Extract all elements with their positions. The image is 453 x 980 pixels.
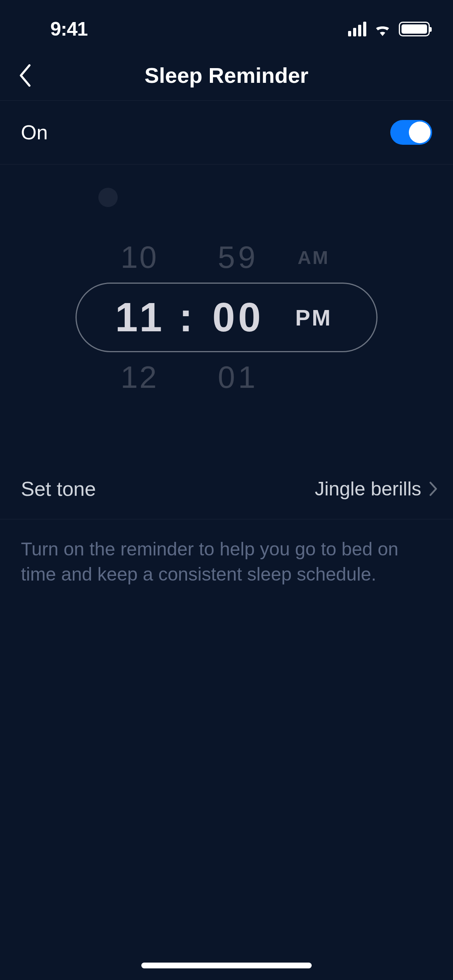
picker-selected-row: 11 : 00 PM <box>77 294 376 341</box>
prev-hour: 10 <box>105 240 174 275</box>
chevron-right-icon <box>429 481 438 496</box>
selected-meridiem[interactable]: PM <box>279 305 348 331</box>
picker-prev-row: 10 : 59 AM <box>76 234 378 281</box>
wifi-icon <box>373 22 392 36</box>
tone-value-wrap: Jingle berills <box>315 478 438 500</box>
page-title: Sleep Reminder <box>144 63 308 88</box>
status-icons <box>348 22 430 36</box>
cellular-signal-icon <box>348 22 366 36</box>
selected-hour[interactable]: 11 <box>105 294 174 341</box>
selected-minute[interactable]: 00 <box>197 294 279 341</box>
prev-meridiem: AM <box>279 247 348 268</box>
set-tone-row[interactable]: Set tone Jingle berills <box>0 459 453 519</box>
battery-icon <box>399 22 430 36</box>
picker-next-row: 12 : 01 <box>76 354 378 401</box>
reminder-toggle-row: On <box>0 101 453 164</box>
time-separator: : <box>174 294 197 341</box>
next-hour: 12 <box>105 360 174 395</box>
page-header: Sleep Reminder <box>0 50 453 101</box>
tone-value: Jingle berills <box>315 478 421 500</box>
chevron-left-icon <box>19 64 32 87</box>
toggle-knob <box>409 122 431 143</box>
back-button[interactable] <box>15 60 35 91</box>
home-indicator[interactable] <box>141 963 312 968</box>
time-picker[interactable]: 10 : 59 AM 11 : 00 PM 12 : 01 <box>0 164 453 459</box>
tone-label: Set tone <box>21 477 96 500</box>
next-minute: 01 <box>197 360 279 395</box>
prev-minute: 59 <box>197 240 279 275</box>
picker-selected-frame: 11 : 00 PM <box>76 283 378 352</box>
toggle-label: On <box>21 121 48 144</box>
status-bar: 9:41 <box>0 0 453 50</box>
picker-dot-icon <box>98 188 118 207</box>
status-time: 9:41 <box>50 18 88 40</box>
description-text: Turn on the reminder to help you go to b… <box>0 519 453 605</box>
reminder-toggle[interactable] <box>390 120 432 145</box>
